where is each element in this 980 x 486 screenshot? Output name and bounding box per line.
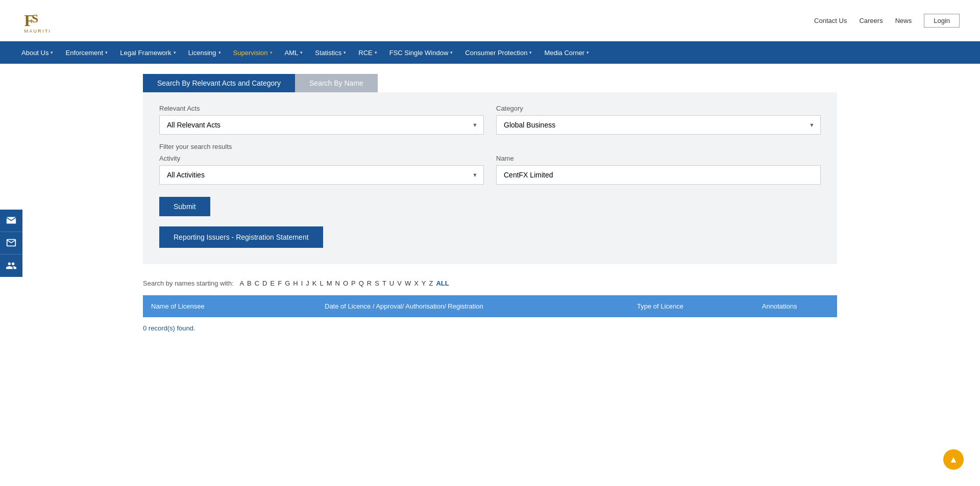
alpha-letter-m[interactable]: M (327, 279, 332, 287)
alpha-letter-all[interactable]: ALL (436, 279, 449, 287)
group-side-icon[interactable] (0, 254, 22, 277)
activity-label: Activity (159, 155, 484, 162)
name-label: Name (496, 155, 821, 162)
relevant-acts-select[interactable]: All Relevant Acts (159, 115, 484, 135)
nav-arrow-icon: ▾ (344, 50, 346, 55)
alpha-letter-f[interactable]: F (278, 279, 282, 287)
alpha-letter-p[interactable]: P (351, 279, 356, 287)
nav-item-consumer-protection[interactable]: Consumer Protection ▾ (459, 41, 538, 64)
relevant-acts-select-wrapper: All Relevant Acts (159, 115, 484, 135)
submit-button[interactable]: Submit (159, 197, 210, 216)
activity-group: Activity All Activities (159, 155, 484, 185)
table-header-cell: Date of Licence / Approval/ Authorisatio… (316, 295, 629, 317)
letter-side-icon[interactable] (0, 232, 22, 254)
alpha-letter-c[interactable]: C (255, 279, 259, 287)
nav-arrow-icon: ▾ (586, 50, 589, 55)
svg-text:MAURITIUS: MAURITIUS (24, 29, 52, 34)
records-found: 0 record(s) found. (143, 324, 837, 332)
search-panel: Relevant Acts All Relevant Acts Category… (143, 92, 837, 264)
alpha-letter-g[interactable]: G (285, 279, 290, 287)
results-table: Name of LicenseeDate of Licence / Approv… (143, 295, 837, 317)
nav-arrow-icon: ▾ (375, 50, 377, 55)
news-link[interactable]: News (895, 17, 912, 24)
alpha-letter-b[interactable]: B (247, 279, 252, 287)
tab-relevant-acts[interactable]: Search By Relevant Acts and Category (143, 74, 295, 92)
relevant-acts-group: Relevant Acts All Relevant Acts (159, 105, 484, 135)
nav-item-rce[interactable]: RCE ▾ (352, 41, 383, 64)
table-header: Name of LicenseeDate of Licence / Approv… (143, 295, 837, 317)
relevant-acts-label: Relevant Acts (159, 105, 484, 112)
side-icons-panel (0, 210, 22, 277)
svg-text:S: S (32, 12, 39, 25)
alpha-search: Search by names starting with: ABCDEFGHI… (143, 279, 837, 287)
nav-arrow-icon: ▾ (51, 50, 53, 55)
alpha-letter-l[interactable]: L (320, 279, 323, 287)
alpha-letter-u[interactable]: U (389, 279, 394, 287)
nav-item-about-us[interactable]: About Us ▾ (15, 41, 59, 64)
name-group: Name (496, 155, 821, 185)
name-input[interactable] (496, 165, 821, 185)
category-select[interactable]: Global Business (496, 115, 821, 135)
alpha-search-label: Search by names starting with: (143, 279, 234, 287)
login-button[interactable]: Login (924, 14, 960, 28)
top-nav: Contact Us Careers News Login (814, 14, 960, 28)
alpha-letter-t[interactable]: T (382, 279, 386, 287)
careers-link[interactable]: Careers (859, 17, 883, 24)
table-header-cell: Type of Licence (629, 295, 754, 317)
alpha-letter-e[interactable]: E (271, 279, 275, 287)
alpha-letter-z[interactable]: Z (429, 279, 433, 287)
nav-arrow-icon: ▾ (300, 50, 303, 55)
nav-item-statistics[interactable]: Statistics ▾ (309, 41, 352, 64)
filter-label: Filter your search results (159, 143, 821, 150)
bottom-form-row: Activity All Activities Name (159, 155, 821, 185)
alpha-letters: ABCDEFGHIJKLMNOPQRSTUVWXYZALL (239, 279, 449, 287)
nav-item-media-corner[interactable]: Media Corner ▾ (538, 41, 595, 64)
nav-arrow-icon: ▾ (218, 50, 221, 55)
table-header-cell: Name of Licensee (143, 295, 316, 317)
alpha-letter-s[interactable]: S (375, 279, 379, 287)
alpha-letter-a[interactable]: A (239, 279, 244, 287)
alpha-letter-x[interactable]: X (414, 279, 419, 287)
activity-select-wrapper: All Activities (159, 165, 484, 185)
nav-item-legal-framework[interactable]: Legal Framework ▾ (114, 41, 182, 64)
nav-arrow-icon: ▾ (174, 50, 176, 55)
alpha-letter-h[interactable]: H (293, 279, 298, 287)
table-header-cell: Annotations (754, 295, 837, 317)
alpha-letter-q[interactable]: Q (359, 279, 364, 287)
alpha-letter-r[interactable]: R (367, 279, 372, 287)
contact-us-link[interactable]: Contact Us (814, 17, 847, 24)
main-nav: About Us ▾Enforcement ▾Legal Framework ▾… (0, 41, 980, 64)
top-bar: F S MAURITIUS Contact Us Careers News Lo… (0, 0, 980, 41)
reporting-issuers-button[interactable]: Reporting Issuers - Registration Stateme… (159, 226, 323, 248)
alpha-letter-y[interactable]: Y (422, 279, 426, 287)
nav-item-licensing[interactable]: Licensing ▾ (182, 41, 227, 64)
alpha-letter-i[interactable]: I (301, 279, 303, 287)
nav-item-supervision[interactable]: Supervision ▾ (227, 41, 279, 64)
alpha-letter-w[interactable]: W (405, 279, 411, 287)
activity-select[interactable]: All Activities (159, 165, 484, 185)
fsc-logo: F S MAURITIUS (20, 5, 51, 36)
alpha-letter-d[interactable]: D (262, 279, 267, 287)
table-header-row: Name of LicenseeDate of Licence / Approv… (143, 295, 837, 317)
nav-arrow-icon: ▾ (450, 50, 453, 55)
category-select-wrapper: Global Business (496, 115, 821, 135)
nav-arrow-icon: ▾ (270, 50, 273, 55)
email-side-icon[interactable] (0, 210, 22, 232)
alpha-letter-o[interactable]: O (343, 279, 348, 287)
tab-search-by-name[interactable]: Search By Name (295, 74, 378, 92)
logo-area: F S MAURITIUS (20, 5, 51, 36)
nav-arrow-icon: ▾ (105, 50, 108, 55)
nav-item-fsc-single-window[interactable]: FSC Single Window ▾ (383, 41, 459, 64)
main-content: Search By Relevant Acts and Category Sea… (0, 64, 980, 342)
nav-item-enforcement[interactable]: Enforcement ▾ (59, 41, 114, 64)
category-group: Category Global Business (496, 105, 821, 135)
alpha-letter-v[interactable]: V (397, 279, 402, 287)
nav-arrow-icon: ▾ (529, 50, 532, 55)
category-label: Category (496, 105, 821, 112)
alpha-letter-j[interactable]: J (306, 279, 309, 287)
nav-item-aml[interactable]: AML ▾ (279, 41, 309, 64)
top-form-row: Relevant Acts All Relevant Acts Category… (159, 105, 821, 135)
alpha-letter-n[interactable]: N (335, 279, 340, 287)
search-tabs: Search By Relevant Acts and Category Sea… (143, 74, 837, 92)
alpha-letter-k[interactable]: K (312, 279, 317, 287)
